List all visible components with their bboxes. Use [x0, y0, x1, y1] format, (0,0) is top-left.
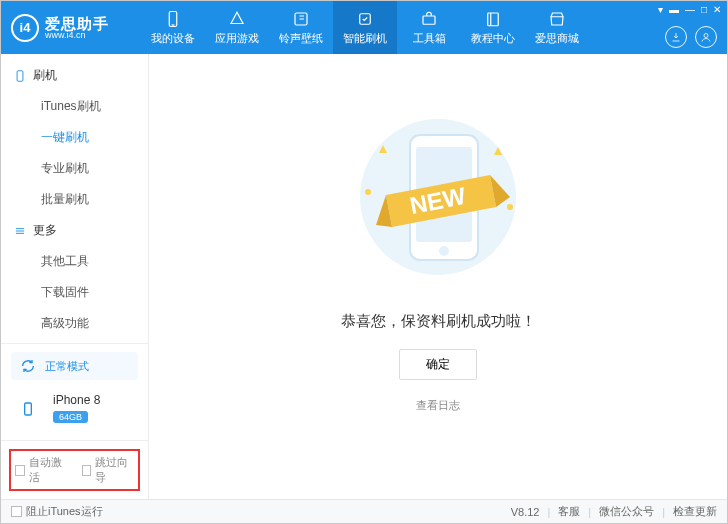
main-content: NEW 恭喜您，保资料刷机成功啦！ 确定 查看日志 [149, 54, 727, 499]
svg-rect-4 [423, 16, 435, 24]
tab-flash[interactable]: 智能刷机 [333, 1, 397, 54]
sidebar-item-oneclick-flash[interactable]: 一键刷机 [1, 122, 148, 153]
checkbox-skip-guide[interactable]: 跳过向导 [82, 455, 135, 485]
svg-rect-0 [169, 11, 177, 26]
checkbox-label: 阻止iTunes运行 [26, 504, 103, 519]
sidebar: 刷机 iTunes刷机 一键刷机 专业刷机 批量刷机 更多 其他工具 下载固件 … [1, 54, 149, 499]
body: 刷机 iTunes刷机 一键刷机 专业刷机 批量刷机 更多 其他工具 下载固件 … [1, 54, 727, 499]
svg-rect-12 [25, 403, 32, 415]
window-tray-button[interactable]: ▬ [669, 4, 679, 15]
sync-icon [19, 357, 37, 375]
checkbox-icon [11, 506, 22, 517]
bottom-options: 自动激活 跳过向导 [1, 440, 148, 499]
svg-rect-8 [17, 70, 23, 81]
checkbox-block-itunes[interactable]: 阻止iTunes运行 [11, 504, 103, 519]
success-message: 恭喜您，保资料刷机成功啦！ [341, 312, 536, 331]
sidebar-section-label: 更多 [33, 222, 57, 239]
tab-toolbox[interactable]: 工具箱 [397, 1, 461, 54]
tab-label: 铃声壁纸 [279, 31, 323, 46]
checkbox-label: 跳过向导 [95, 455, 134, 485]
sidebar-item-advanced[interactable]: 高级功能 [1, 308, 148, 339]
mode-normal[interactable]: 正常模式 [11, 352, 138, 380]
svg-point-17 [507, 204, 513, 210]
tab-label: 应用游戏 [215, 31, 259, 46]
tab-label: 教程中心 [471, 31, 515, 46]
window-maximize-button[interactable]: □ [701, 4, 707, 15]
window-close-button[interactable]: ✕ [713, 4, 721, 15]
check-update-link[interactable]: 检查更新 [673, 504, 717, 519]
phone-outline-icon [13, 69, 27, 83]
storage-badge: 64GB [53, 411, 88, 423]
window-menu-button[interactable]: ▾ [658, 4, 663, 15]
checkbox-icon [15, 465, 25, 476]
sidebar-item-batch-flash[interactable]: 批量刷机 [1, 184, 148, 215]
flash-icon [356, 10, 374, 28]
version-label: V8.12 [511, 506, 540, 518]
view-log-link[interactable]: 查看日志 [416, 398, 460, 413]
brand-name: 爱思助手 [45, 16, 109, 31]
footer-bar: 阻止iTunes运行 V8.12 | 客服 | 微信公众号 | 检查更新 [1, 499, 727, 523]
brand-url: www.i4.cn [45, 31, 109, 40]
window-minimize-button[interactable]: — [685, 4, 695, 15]
tab-my-device[interactable]: 我的设备 [141, 1, 205, 54]
book-icon [484, 10, 502, 28]
sidebar-item-download-firmware[interactable]: 下载固件 [1, 277, 148, 308]
checkbox-label: 自动激活 [29, 455, 68, 485]
more-icon [13, 224, 27, 238]
checkbox-icon [82, 465, 92, 476]
tab-label: 爱思商城 [535, 31, 579, 46]
mode-label: 正常模式 [45, 359, 89, 374]
sidebar-item-other-tools[interactable]: 其他工具 [1, 246, 148, 277]
shop-icon [548, 10, 566, 28]
ok-button[interactable]: 确定 [399, 349, 477, 380]
tab-tutorial[interactable]: 教程中心 [461, 1, 525, 54]
sidebar-section-more[interactable]: 更多 [1, 215, 148, 246]
toolbox-icon [420, 10, 438, 28]
phone-icon [164, 10, 182, 28]
highlighted-box: 自动激活 跳过向导 [9, 449, 140, 491]
window-controls: ▾ ▬ — □ ✕ [658, 4, 721, 15]
user-icon[interactable] [695, 26, 717, 48]
tab-label: 我的设备 [151, 31, 195, 46]
support-link[interactable]: 客服 [558, 504, 580, 519]
music-icon [292, 10, 310, 28]
sidebar-item-itunes-flash[interactable]: iTunes刷机 [1, 91, 148, 122]
svg-point-20 [439, 246, 449, 256]
sidebar-section-flash[interactable]: 刷机 [1, 60, 148, 91]
sidebar-item-pro-flash[interactable]: 专业刷机 [1, 153, 148, 184]
logo-badge: i4 [11, 14, 39, 42]
tab-label: 工具箱 [413, 31, 446, 46]
app-window: i4 爱思助手 www.i4.cn 我的设备 应用游戏 铃声壁纸 智能刷机 [0, 0, 728, 524]
header-tabs: 我的设备 应用游戏 铃声壁纸 智能刷机 工具箱 教程中心 [141, 1, 589, 54]
device-row[interactable]: iPhone 8 64GB [11, 386, 138, 432]
tab-label: 智能刷机 [343, 31, 387, 46]
checkbox-auto-activate[interactable]: 自动激活 [15, 455, 68, 485]
success-illustration: NEW [338, 107, 538, 290]
tab-shop[interactable]: 爱思商城 [525, 1, 589, 54]
tab-ringtone[interactable]: 铃声壁纸 [269, 1, 333, 54]
app-logo[interactable]: i4 爱思助手 www.i4.cn [1, 14, 141, 42]
header-bar: i4 爱思助手 www.i4.cn 我的设备 应用游戏 铃声壁纸 智能刷机 [1, 1, 727, 54]
svg-point-16 [365, 189, 371, 195]
wechat-link[interactable]: 微信公众号 [599, 504, 654, 519]
apps-icon [228, 10, 246, 28]
sidebar-section-label: 刷机 [33, 67, 57, 84]
phone-solid-icon [19, 400, 37, 418]
svg-rect-5 [488, 13, 499, 26]
svg-point-7 [704, 34, 708, 38]
device-name: iPhone 8 [53, 393, 100, 407]
download-icon[interactable] [665, 26, 687, 48]
tab-apps[interactable]: 应用游戏 [205, 1, 269, 54]
header-right-icons [665, 26, 717, 48]
